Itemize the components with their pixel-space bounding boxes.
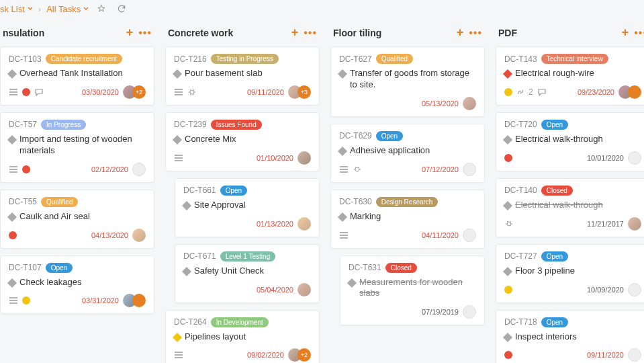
- priority-diamond-icon: [173, 69, 182, 79]
- column-more-icon[interactable]: •••: [138, 27, 152, 39]
- avatar: [297, 283, 311, 296]
- avatar: [132, 294, 146, 307]
- task-card[interactable]: DC-T630Design Research Marking 04/11/202…: [330, 190, 485, 249]
- priority-diamond-icon: [173, 135, 182, 145]
- task-card[interactable]: DC-T140Closed Electrical walk-through 11…: [496, 178, 644, 237]
- alert-dot-icon: [22, 165, 30, 173]
- card-date: 11/21/2017: [587, 220, 624, 228]
- status-badge: In Progress: [41, 120, 86, 130]
- task-card[interactable]: DC-T727Open Floor 3 pipeline 10/09/2020: [496, 244, 644, 303]
- subtask-icon: [174, 88, 183, 96]
- alert-dot-icon: [9, 231, 17, 239]
- card-date: 01/13/2020: [257, 220, 293, 228]
- task-card[interactable]: DC-T631Closed Measurements for wooden sl…: [340, 255, 485, 326]
- card-title: Check leakages: [19, 277, 82, 288]
- avatar-stack: [123, 294, 146, 307]
- task-card[interactable]: DC-T718Open Inspect interiors 09/11/2020: [496, 310, 644, 363]
- svg-point-1: [355, 167, 359, 171]
- avatar-count: +3: [297, 85, 311, 99]
- card-title: Overhead Tank Installation: [19, 68, 123, 79]
- star-icon[interactable]: [94, 3, 109, 15]
- priority-diamond-icon: [503, 135, 512, 145]
- card-id: DC-T140: [504, 186, 537, 195]
- kanban-board: nsulation + ••• DC-T103Candidate recruit…: [0, 22, 644, 363]
- task-card[interactable]: DC-T661Open Site Approval 01/13/2020: [175, 178, 320, 237]
- priority-diamond-icon: [503, 69, 512, 79]
- priority-diamond-icon: [182, 201, 191, 210]
- card-id: DC-T264: [174, 317, 207, 327]
- breadcrumb-item-1[interactable]: sk List: [0, 4, 33, 14]
- card-title: Pour basement slab: [185, 68, 263, 79]
- add-card-button[interactable]: +: [457, 26, 464, 40]
- card-title: Inspect interiors: [515, 331, 577, 343]
- status-badge: Closed: [541, 186, 573, 196]
- caret-down-icon: [83, 6, 89, 11]
- status-badge: Issues Found: [211, 120, 262, 130]
- add-card-button[interactable]: +: [291, 26, 299, 40]
- priority-diamond-icon: [7, 69, 17, 79]
- priority-diamond-icon: [182, 267, 191, 276]
- priority-diamond-icon: [338, 212, 347, 222]
- card-id: DC-T720: [504, 120, 537, 129]
- alert-dot-icon: [504, 154, 512, 162]
- task-card[interactable]: DC-T216Testing in Progress Pour basement…: [165, 46, 320, 106]
- status-badge: Qualified: [41, 197, 78, 207]
- avatar-stack: [618, 85, 641, 99]
- card-title: Marking: [350, 211, 381, 223]
- column-pdf: PDF +••• DC-T143Technical interview Elec…: [496, 22, 644, 363]
- card-id: DC-T55: [9, 197, 37, 206]
- warn-dot-icon: [504, 286, 512, 294]
- bug-icon: [187, 88, 197, 96]
- priority-diamond-icon: [7, 278, 17, 287]
- task-card[interactable]: DC-T627Qualified Transfer of goods from …: [330, 46, 485, 117]
- caret-down-icon: [28, 6, 33, 11]
- column-title: Floor tiling: [333, 28, 381, 38]
- task-card[interactable]: DC-T143Technical interview Electrical ro…: [496, 46, 644, 106]
- card-date: 05/04/2020: [257, 286, 293, 294]
- link-icon: [516, 88, 524, 96]
- priority-diamond-icon: [503, 201, 512, 210]
- card-title: Safety Unit Check: [194, 266, 264, 277]
- avatar: [628, 85, 641, 99]
- card-title: Transfer of goods from storage to site.: [350, 68, 476, 91]
- column-more-icon[interactable]: •••: [304, 27, 317, 39]
- task-card[interactable]: DC-T671Level 1 Testing Safety Unit Check…: [175, 244, 320, 303]
- breadcrumb-item-2[interactable]: All Tasks: [46, 4, 89, 14]
- avatar-empty: [463, 229, 476, 242]
- task-card[interactable]: DC-T239Issues Found Concrete Mix 01/10/2…: [165, 112, 320, 171]
- task-card[interactable]: DC-T103Candidate recruitment Overhead Ta…: [0, 46, 154, 106]
- card-id: DC-T629: [339, 131, 372, 140]
- task-card[interactable]: DC-T55Qualified Caulk and Air seal 04/13…: [0, 190, 154, 249]
- card-date: 04/13/2020: [91, 231, 128, 239]
- avatar-stack: +3: [288, 85, 311, 99]
- task-card[interactable]: DC-T107Open Check leakages 03/31/2020: [0, 255, 154, 315]
- task-card[interactable]: DC-T57In Progress Import and testing of …: [0, 112, 154, 183]
- column-title: Concrete work: [168, 28, 233, 38]
- refresh-icon[interactable]: [114, 3, 129, 15]
- card-title: Caulk and Air seal: [19, 211, 90, 223]
- subtask-icon: [9, 296, 18, 305]
- status-badge: Open: [541, 317, 568, 327]
- avatar: [297, 151, 311, 165]
- avatar-count: +2: [297, 348, 311, 362]
- card-date: 03/30/2020: [82, 88, 119, 96]
- column-more-icon[interactable]: •••: [469, 27, 482, 39]
- subtask-icon: [174, 351, 183, 359]
- subtask-icon: [9, 88, 18, 96]
- column-more-icon[interactable]: •••: [634, 27, 644, 39]
- task-card[interactable]: DC-T629Open Adhesive application 07/12/2…: [330, 124, 485, 183]
- priority-diamond-icon: [173, 332, 182, 341]
- task-card[interactable]: DC-T264In Development Pipelines layout 0…: [165, 310, 320, 363]
- card-id: DC-T627: [339, 54, 372, 64]
- card-date: 04/11/2020: [422, 231, 459, 239]
- status-badge: Open: [541, 251, 568, 261]
- card-id: DC-T239: [174, 120, 207, 129]
- avatar-empty: [628, 348, 641, 362]
- status-badge: Level 1 Testing: [220, 251, 276, 261]
- task-card[interactable]: DC-T720Open Electrical walk-through 10/0…: [496, 112, 644, 171]
- add-card-button[interactable]: +: [126, 26, 134, 40]
- card-title: Pipelines layout: [185, 331, 246, 343]
- add-card-button[interactable]: +: [622, 26, 629, 40]
- card-id: DC-T631: [349, 263, 381, 272]
- card-title: Measurements for wooden slabs: [359, 277, 476, 300]
